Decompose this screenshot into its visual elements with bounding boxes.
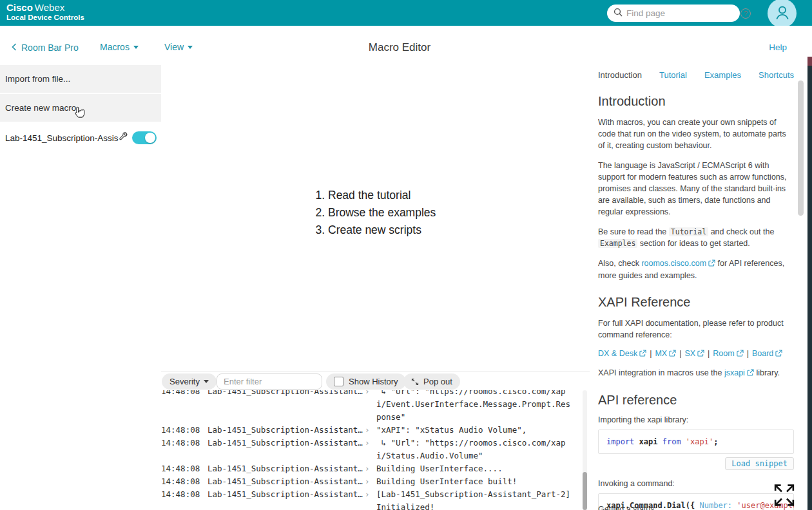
log-time: 14:48:08 — [161, 475, 208, 488]
show-history-toggle[interactable]: Show History — [326, 373, 406, 390]
log-chevron-icon[interactable]: › — [365, 437, 376, 449]
external-link-icon — [639, 350, 646, 359]
brand-subtitle: Local Device Controls — [6, 14, 84, 22]
log-message: [Lab-1451_Subscription-Assistant_Part-2]… — [376, 488, 574, 510]
intro-paragraph-1: With macros, you can create your own sni… — [598, 117, 794, 151]
wrench-icon[interactable] — [119, 132, 128, 144]
xapi-paragraph-1: For full XAPI documentation, please refe… — [598, 317, 794, 341]
xapi-reference-heading: XAPI Reference — [598, 295, 794, 310]
log-row: 14:48:08 Lab-1451_Subscription-Assistant… — [161, 475, 584, 488]
log-chevron-icon[interactable]: › — [365, 475, 376, 488]
sidebar-macro-item[interactable]: Lab-1451_Subscription-Assis — [0, 126, 161, 149]
show-history-label: Show History — [349, 377, 398, 386]
log-message: ↳ "Url": "https://roomos.cisco.com/xap i… — [376, 390, 574, 424]
screen-edge-accent — [807, 57, 812, 66]
jsxapi-link[interactable]: jsxapi — [724, 368, 745, 377]
log-time: 14:48:08 — [161, 462, 208, 475]
log-message: ↳ "Url": "https://roomos.cisco.com/xap i… — [376, 437, 574, 462]
expand-fullscreen-icon[interactable] — [772, 482, 797, 510]
mx-link[interactable]: MX — [655, 349, 667, 358]
page-title: Macro Editor — [369, 41, 430, 54]
inline-code-tutorial: Tutorial — [669, 227, 708, 236]
room-link[interactable]: Room — [713, 349, 734, 358]
brand-title: CiscoWebex — [6, 2, 84, 13]
log-row: 14:48:08 Lab-1451_Subscription-Assistant… — [161, 424, 584, 437]
search-input[interactable] — [626, 8, 740, 18]
pop-out-icon — [411, 378, 419, 386]
inline-code-examples: Examples — [598, 239, 637, 248]
intro-paragraph-2: The language is JavaScript / ECMAScript … — [598, 160, 794, 218]
console-log[interactable]: 14:48:08 Lab-1451_Subscription-Assistant… — [161, 390, 584, 510]
menu-macros[interactable]: Macros — [100, 42, 139, 52]
sidebar-item-create-new-macro[interactable]: Create new macro — [0, 94, 161, 122]
docs-panel: Introduction Tutorial Examples Shortcuts… — [598, 64, 794, 510]
console-scrollbar-thumb[interactable] — [583, 472, 587, 510]
brand-cisco: Cisco — [6, 2, 33, 13]
pop-out-label: Pop out — [423, 377, 452, 386]
onboarding-step: Browse the examples — [328, 204, 436, 222]
macro-enabled-toggle[interactable] — [132, 131, 157, 144]
user-avatar[interactable] — [768, 0, 797, 28]
create-new-macro-label: Create new macro — [5, 103, 76, 113]
external-link-icon — [775, 350, 782, 359]
tab-shortcuts[interactable]: Shortcuts — [759, 70, 794, 80]
show-history-checkbox[interactable] — [334, 377, 343, 386]
pop-out-button[interactable]: Pop out — [403, 373, 460, 390]
roomos-link[interactable]: roomos.cisco.com — [641, 259, 706, 268]
load-snippet-row-1: Load snippet — [598, 457, 794, 470]
help-link[interactable]: Help — [769, 42, 787, 52]
board-link[interactable]: Board — [752, 349, 773, 358]
back-to-device-link[interactable]: Room Bar Pro — [12, 42, 79, 53]
log-chevron-icon[interactable]: › — [365, 424, 376, 437]
caret-down-icon — [204, 380, 209, 383]
toggle-knob — [145, 133, 155, 143]
find-page-search[interactable]: ? — [607, 5, 740, 22]
caret-down-icon — [188, 46, 193, 49]
getting-status-label: Getting a status: — [598, 505, 657, 510]
onboarding-steps: Read the tutorial Browse the examples Cr… — [314, 187, 436, 239]
log-row: 14:48:08 Lab-1451_Subscription-Assistant… — [161, 390, 584, 424]
sidebar-item-import-from-file[interactable]: Import from file... — [0, 65, 161, 93]
menu-view[interactable]: View — [164, 42, 193, 52]
log-source: Lab-1451_Subscription-Assistant… — [208, 462, 365, 475]
person-icon — [773, 3, 792, 24]
log-source: Lab-1451_Subscription-Assistant… — [208, 424, 365, 437]
log-source: Lab-1451_Subscription-Assistant… — [208, 488, 365, 501]
search-icon — [614, 8, 623, 19]
log-message: "xAPI": "xStatus Audio Volume", — [376, 424, 574, 437]
tab-tutorial[interactable]: Tutorial — [659, 70, 687, 80]
caret-down-icon — [133, 46, 139, 49]
log-chevron-icon[interactable]: › — [365, 462, 376, 475]
log-chevron-icon[interactable]: › — [365, 488, 376, 501]
menu-macros-label: Macros — [100, 42, 130, 52]
search-help-icon[interactable]: ? — [740, 8, 751, 19]
severity-label: Severity — [169, 377, 200, 386]
log-source: Lab-1451_Subscription-Assistant… — [208, 475, 365, 488]
log-row: 14:48:08 Lab-1451_Subscription-Assistant… — [161, 462, 584, 475]
back-link-label: Room Bar Pro — [21, 42, 79, 53]
log-row: 14:48:08 Lab-1451_Subscription-Assistant… — [161, 488, 584, 510]
tab-introduction[interactable]: Introduction — [598, 70, 642, 80]
screen-edge-strip — [807, 66, 812, 510]
onboarding-step: Read the tutorial — [328, 187, 436, 204]
xapi-product-links: DX & Desk|MX|SX|Room|Board — [598, 349, 794, 359]
introduction-heading: Introduction — [598, 94, 794, 109]
load-snippet-button[interactable]: Load snippet — [725, 457, 794, 470]
import-label: Importing the xapi library: — [598, 415, 794, 424]
invoke-label: Invoking a command: — [598, 479, 794, 488]
intro-paragraph-4: Also, check roomos.cisco.com for API ref… — [598, 258, 794, 281]
log-time: 14:48:08 — [161, 390, 208, 398]
log-source: Lab-1451_Subscription-Assistant… — [208, 437, 365, 449]
dx-desk-link[interactable]: DX & Desk — [598, 349, 637, 358]
external-link-icon — [669, 350, 676, 359]
docs-scrollbar-thumb[interactable] — [798, 80, 804, 216]
severity-dropdown[interactable]: Severity — [162, 373, 217, 390]
log-chevron-icon[interactable]: › — [365, 390, 376, 398]
log-time: 14:48:08 — [161, 488, 208, 501]
navbar: Room Bar Pro Macros View Macro Editor He… — [0, 26, 812, 64]
tab-examples[interactable]: Examples — [704, 70, 741, 80]
filter-input[interactable] — [217, 373, 322, 390]
sx-link[interactable]: SX — [684, 349, 695, 358]
code-snippet-import: import xapi from 'xapi'; — [598, 430, 794, 454]
macro-name-label: Lab-1451_Subscription-Assis — [5, 133, 119, 143]
